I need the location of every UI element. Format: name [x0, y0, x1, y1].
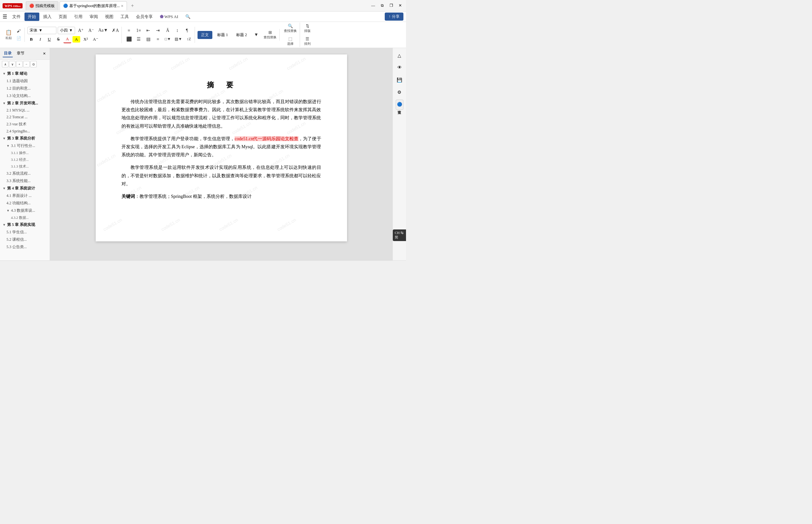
- highlight-button[interactable]: A: [72, 36, 80, 43]
- tab-doc[interactable]: 🔵 基于springboot的数据库原理... ✕: [60, 1, 127, 10]
- font-size-increase[interactable]: A⁺: [76, 27, 85, 34]
- toc-item-ch5[interactable]: ▼ 第 5 章 系统实现: [0, 221, 50, 229]
- sort-button[interactable]: ↕Z: [184, 35, 193, 43]
- settings-button[interactable]: ⚙: [395, 87, 404, 97]
- nav-add-button[interactable]: +: [16, 61, 22, 67]
- nav-up-button[interactable]: ∧: [2, 61, 9, 67]
- toc-item-4-3[interactable]: ▼ 4.3 数据库设...: [0, 207, 50, 214]
- line-spacing[interactable]: ↕: [173, 27, 182, 34]
- font-format-menu[interactable]: Aa▼: [97, 27, 109, 33]
- find-replace-button[interactable]: 🔍 查找替换: [282, 22, 298, 34]
- restore-button[interactable]: ❐: [388, 3, 394, 9]
- menu-vip[interactable]: 会员专享: [133, 13, 156, 21]
- toc-item-4-1[interactable]: 4.1 界面设计 ...: [0, 192, 50, 199]
- sidebar-close-button[interactable]: ✕: [41, 51, 47, 57]
- nav-down-button[interactable]: ∨: [9, 61, 15, 67]
- menu-review[interactable]: 审阅: [86, 13, 101, 21]
- strikethrough-button[interactable]: S̶: [54, 36, 62, 43]
- sidebar-tab-toc[interactable]: 目录: [3, 50, 13, 58]
- shading-button[interactable]: ▨▼: [173, 35, 184, 43]
- toc-item-1-2[interactable]: 1.2 目的和意...: [0, 85, 50, 92]
- format-paint-button[interactable]: 🖌: [14, 28, 23, 34]
- indent-increase[interactable]: ⇥: [153, 27, 162, 34]
- toc-item-3-2[interactable]: 3.2 系统流程...: [0, 170, 50, 177]
- list-number-button[interactable]: 1≡: [134, 27, 143, 34]
- clear-format-button[interactable]: ✗A: [111, 27, 120, 34]
- superscript-button[interactable]: X²: [82, 36, 89, 43]
- doc-para-1[interactable]: 传统办法管理信息首先需要花费的时间比较多，其次数据出错率比较高，而且对错误的数据…: [121, 98, 321, 130]
- save-button[interactable]: 💾: [395, 75, 404, 85]
- align-justify[interactable]: ≡: [153, 35, 162, 43]
- toc-item-5-1[interactable]: 5.1 学生信...: [0, 229, 50, 236]
- toc-item-5-2[interactable]: 5.2 课程信...: [0, 236, 50, 243]
- style-manager[interactable]: ⊞ 查找替换: [262, 29, 278, 40]
- toc-item-3-1-1[interactable]: 3.1.1 操作...: [0, 149, 50, 156]
- toc-item-3-1-2[interactable]: 3.1.2 经济...: [0, 156, 50, 163]
- toc-item-2-2[interactable]: 2.2 Tomcat ...: [0, 114, 50, 120]
- share-button[interactable]: ↑ 分享: [385, 13, 403, 21]
- align-center[interactable]: ☰: [134, 35, 143, 43]
- paste-button[interactable]: 📋 粘贴: [4, 28, 14, 41]
- para-border[interactable]: □▼: [163, 35, 172, 43]
- italic-button[interactable]: I: [36, 36, 44, 43]
- menu-search-icon[interactable]: 🔍: [182, 13, 194, 21]
- toc-item-1-3[interactable]: 1.3 论文结构...: [0, 92, 50, 100]
- toc-item-ch1[interactable]: ▼ 第 1 章 绪论: [0, 70, 50, 77]
- toc-item-4-2[interactable]: 4.2 功能结构...: [0, 199, 50, 207]
- sidebar-tab-chapter[interactable]: 章节: [15, 50, 26, 58]
- menu-insert[interactable]: 插入: [40, 13, 55, 21]
- font-name-selector[interactable]: 宋体 ▼: [28, 27, 56, 34]
- tab-templates[interactable]: 🔴 找稿壳模板: [26, 1, 58, 10]
- eye-button[interactable]: 👁: [395, 63, 404, 72]
- select-button[interactable]: ⬚ 选择: [285, 35, 295, 47]
- font-size-selector[interactable]: 小四 ▼: [58, 27, 75, 34]
- sort-arrange-button[interactable]: ⇅ 排版: [302, 22, 312, 34]
- font-size-decrease[interactable]: A⁻: [87, 27, 96, 34]
- style-normal[interactable]: 正文: [198, 31, 212, 39]
- align-options[interactable]: Ā: [163, 27, 172, 34]
- align-left[interactable]: ⬛: [125, 35, 133, 43]
- doc-para-3[interactable]: 教学管理系统是一款运用软件开发技术设计实现的应用系统，在信息处理上可以达到快速的…: [121, 163, 321, 188]
- menu-tools[interactable]: 工具: [117, 13, 132, 21]
- toc-item-ch3[interactable]: ▼ 第 3 章 系统分析: [0, 135, 50, 142]
- toc-item-5-3[interactable]: 5.3 公告类...: [0, 243, 50, 251]
- toc-item-2-1[interactable]: 2.1 MYSQL ...: [0, 107, 50, 114]
- toc-item-2-3[interactable]: 2.3 vue 技术: [0, 120, 50, 128]
- lang-switch-button[interactable]: CH ⇆ 简: [393, 229, 406, 241]
- new-tab-button[interactable]: +: [128, 2, 136, 10]
- hamburger-icon[interactable]: ☰: [3, 14, 7, 20]
- list-bullet-button[interactable]: ≡: [125, 27, 133, 34]
- close-button[interactable]: ✕: [397, 3, 403, 9]
- align-right[interactable]: ▤: [144, 35, 153, 43]
- menu-wpsai[interactable]: ⬟ WPS AI: [156, 13, 181, 21]
- shadow-button[interactable]: A⁻: [91, 36, 100, 43]
- toc-item-3-1[interactable]: ▼ 3.1 可行性分...: [0, 142, 50, 149]
- toc-item-3-3[interactable]: 3.3 系统性能...: [0, 177, 50, 185]
- thesis-check-button[interactable]: 🔵 论文查重: [396, 100, 403, 110]
- font-color-button[interactable]: A: [64, 35, 71, 43]
- minimize-button[interactable]: —: [370, 3, 376, 9]
- toc-item-ch2[interactable]: ▼ 第 2 章 开发环境...: [0, 100, 50, 107]
- menu-layout[interactable]: 页面: [55, 13, 70, 21]
- style-heading2[interactable]: 标题 2: [233, 31, 250, 39]
- nav-settings-button[interactable]: ⊙: [30, 61, 37, 67]
- tab-doc-close[interactable]: ✕: [121, 4, 123, 8]
- style-dropdown[interactable]: ▼: [252, 31, 261, 38]
- menu-home[interactable]: 开始: [24, 13, 39, 21]
- scroll-up-button[interactable]: △: [395, 51, 404, 60]
- toc-item-4-3-2[interactable]: 4.3.2 数据...: [0, 214, 50, 221]
- menu-ref[interactable]: 引用: [71, 13, 86, 21]
- doc-para-2[interactable]: 教学管理系统提供了用户登录功能，学生信息管理，code51.cn代一源码乐园论文…: [121, 135, 321, 159]
- nav-minus-button[interactable]: −: [23, 61, 30, 67]
- menu-file[interactable]: 文件: [9, 13, 24, 21]
- toc-item-3-1-3[interactable]: 3.1.3 技术...: [0, 163, 50, 170]
- indent-decrease[interactable]: ⇤: [144, 27, 153, 34]
- para-marks[interactable]: ¶: [182, 27, 192, 34]
- maximize-button[interactable]: ⧉: [379, 3, 385, 9]
- row-sort-button[interactable]: ☰ 排列: [302, 35, 312, 47]
- style-heading1[interactable]: 标题 1: [214, 31, 231, 39]
- toc-item-ch4[interactable]: ▼ 第 4 章 系统设计: [0, 185, 50, 192]
- toc-item-2-4[interactable]: 2.4 SpringBo...: [0, 128, 50, 135]
- underline-button[interactable]: U: [46, 36, 53, 43]
- bold-button[interactable]: B: [28, 36, 35, 43]
